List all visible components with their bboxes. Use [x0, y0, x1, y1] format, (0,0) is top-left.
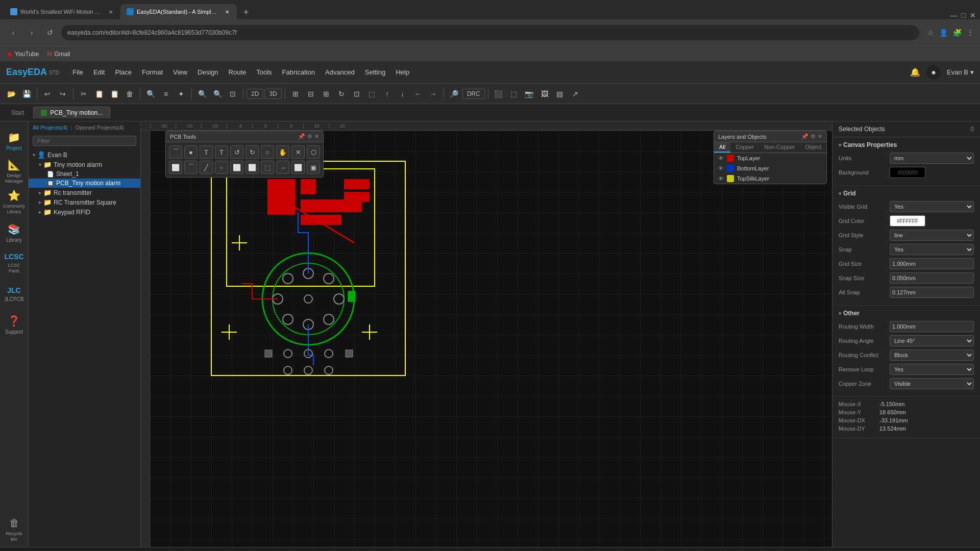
toolbar-save[interactable]: 💾: [19, 87, 34, 101]
pcb-tool-small-rect[interactable]: ▫: [215, 161, 228, 174]
address-bar[interactable]: easyeda.com/editor#id=8cfe824c860a4c8196…: [61, 25, 919, 40]
pcb-tool-arc2[interactable]: ↻: [246, 145, 259, 159]
rp-snap-select[interactable]: Yes: [890, 244, 974, 255]
menu-view[interactable]: View: [168, 66, 192, 78]
tree-node-pcb1[interactable]: 🔲 PCB_Tiny motion alarm: [29, 179, 140, 188]
toolbar-icon2[interactable]: ⊟: [304, 87, 318, 101]
layer-row-topsilk[interactable]: 👁 TopSilkLayer: [714, 173, 826, 184]
sidebar-item-commonly-library[interactable]: ⭐ CommonlyLibrary: [1, 187, 28, 217]
toolbar-drc[interactable]: DRC: [462, 89, 485, 99]
menu-advanced[interactable]: Advanced: [320, 66, 360, 78]
rp-background-color[interactable]: #000000: [890, 167, 925, 178]
sidebar-item-design-manager[interactable]: 📐 DesignManager: [1, 156, 28, 187]
layer-tab-copper[interactable]: Copper: [730, 142, 759, 153]
toolbar-icon4[interactable]: ↻: [334, 87, 349, 101]
pcb-tool-line[interactable]: ╱: [200, 161, 213, 174]
layer-eye-topsilk[interactable]: 👁: [718, 176, 724, 182]
tab-pcb[interactable]: PCB_Tiny motion...: [33, 107, 110, 118]
layer-tab-object[interactable]: Object: [800, 142, 826, 153]
tab1-close[interactable]: ✕: [107, 8, 114, 15]
sidebar-item-jlcpcb[interactable]: JLC JLCPCB: [1, 279, 28, 309]
toolbar-cut[interactable]: ✂: [77, 87, 91, 101]
layer-eye-top[interactable]: 👁: [718, 155, 724, 161]
toolbar-undo[interactable]: ↩: [40, 87, 55, 101]
layer-tab-all[interactable]: All: [714, 142, 730, 153]
pcb-tools-close[interactable]: ✕: [314, 133, 319, 140]
menu-file[interactable]: File: [67, 66, 88, 78]
toolbar-redo[interactable]: ↪: [56, 87, 70, 101]
pcb-tool-cross[interactable]: ✕: [291, 145, 305, 159]
rp-grid-color-box[interactable]: #FFFFFF: [890, 215, 925, 227]
toolbar-image[interactable]: 🖼: [537, 87, 552, 101]
menu-route[interactable]: Route: [224, 66, 252, 78]
pcb-tool-border-rect[interactable]: ▣: [307, 161, 320, 174]
rp-visible-grid-select[interactable]: Yes: [890, 201, 974, 212]
pcb-tool-dashed-rect[interactable]: ⬚: [261, 161, 274, 174]
toolbar-photo[interactable]: 📷: [522, 87, 536, 101]
layer-row-top[interactable]: 👁 TopLayer: [714, 153, 826, 163]
pcb-tool-rect[interactable]: ⬜: [169, 161, 182, 174]
pcb-tool-hand[interactable]: ✋: [276, 145, 289, 159]
user-name-label[interactable]: Evan B ▾: [947, 68, 974, 76]
layers-pin[interactable]: 📌: [801, 133, 808, 140]
tree-node-keypad[interactable]: ▸ 📁 Keypad RFID: [29, 207, 140, 217]
toolbar-delete[interactable]: 🗑: [122, 87, 137, 101]
toolbar-copy[interactable]: 📋: [92, 87, 106, 101]
menu-setting[interactable]: Setting: [360, 66, 390, 78]
toolbar-icon3[interactable]: ⊞: [319, 87, 333, 101]
bookmark-youtube[interactable]: ▶ YouTube: [8, 51, 39, 58]
bookmark-star-icon[interactable]: ☆: [927, 29, 934, 37]
toolbar-share[interactable]: ↗: [568, 87, 582, 101]
toolbar-zoom-out[interactable]: 🔍: [210, 87, 225, 101]
menu-format[interactable]: Format: [137, 66, 168, 78]
canvas-area[interactable]: -20 -15 -10 -5 0 5 10 15: [141, 121, 832, 547]
canvas-main[interactable]: PCB Tools 📌 ⚙ ✕ ⌒ ● T T ↺: [150, 131, 832, 547]
pcb-tool-fill-rect[interactable]: ⬜: [291, 161, 305, 174]
toolbar-search[interactable]: 🔍: [143, 87, 158, 101]
pcb-tool-circle[interactable]: ○: [261, 145, 274, 159]
extension-icon[interactable]: 🧩: [953, 29, 962, 37]
notification-bell[interactable]: 🔔: [910, 67, 920, 77]
sidebar-item-project[interactable]: 📁 Project: [1, 126, 28, 156]
menu-tools[interactable]: Tools: [251, 66, 277, 78]
rp-grid-size-input[interactable]: [890, 258, 974, 269]
rp-routing-angle-select[interactable]: Line 45°: [890, 335, 974, 346]
sidebar-item-support[interactable]: ❓ Support: [1, 309, 28, 340]
layer-row-bottom[interactable]: 👁 BottomLayer: [714, 163, 826, 173]
layers-settings[interactable]: ⚙: [811, 133, 816, 140]
rp-remove-loop-select[interactable]: Yes: [890, 364, 974, 375]
pcb-tool-route[interactable]: ⌒: [169, 145, 182, 159]
tab-1[interactable]: World's Smallest WiFi Motion Al... ✕: [4, 4, 120, 19]
toolbar-annotate[interactable]: ✦: [174, 87, 188, 101]
pcb-tool-text[interactable]: T: [200, 145, 213, 159]
pcb-tool-text2[interactable]: T: [215, 145, 228, 159]
menu-help[interactable]: Help: [390, 66, 414, 78]
pp-tab-opened[interactable]: Opened Projects(4): [75, 124, 124, 131]
sidebar-item-library[interactable]: 📚 Library: [1, 217, 28, 248]
toolbar-icon5[interactable]: ⊡: [350, 87, 364, 101]
rp-snap-size-input[interactable]: [890, 272, 974, 284]
toolbar-new[interactable]: 📂: [4, 87, 18, 101]
pcb-tool-arc1[interactable]: ↺: [230, 145, 243, 159]
tree-node-rc-tx[interactable]: ▸ 📁 Rc transmitter: [29, 188, 140, 197]
toolbar-netlist[interactable]: ≡: [159, 87, 173, 101]
toolbar-3d[interactable]: 3D: [264, 89, 281, 99]
layer-eye-bottom[interactable]: 👁: [718, 165, 724, 171]
toolbar-paste[interactable]: 📋: [107, 87, 121, 101]
menu-place[interactable]: Place: [110, 66, 137, 78]
rp-grid-style-select[interactable]: line: [890, 230, 974, 241]
reload-button[interactable]: ↺: [43, 26, 57, 40]
sidebar-item-recycle-bin[interactable]: 🗑 RecycleBin: [1, 514, 28, 545]
toolbar-layers[interactable]: ⬛: [492, 87, 506, 101]
rp-routing-width-input[interactable]: [890, 321, 974, 332]
sidebar-item-lcsc-parts[interactable]: LCSC LCSCParts: [1, 248, 28, 279]
profile-icon[interactable]: 👤: [939, 29, 948, 37]
pcb-tool-arc3[interactable]: ⌒: [184, 161, 198, 174]
tree-node-sheet1[interactable]: 📄 Sheet_1: [29, 169, 140, 179]
pp-tab-all[interactable]: All Projects(4): [33, 124, 67, 131]
status-help-icon[interactable]: ❓: [4, 549, 20, 552]
toolbar-inspect[interactable]: 🔎: [447, 87, 461, 101]
forward-button[interactable]: ›: [24, 26, 39, 40]
toolbar-icon7[interactable]: ↑: [380, 87, 395, 101]
toolbar-icon10[interactable]: →: [426, 87, 440, 101]
